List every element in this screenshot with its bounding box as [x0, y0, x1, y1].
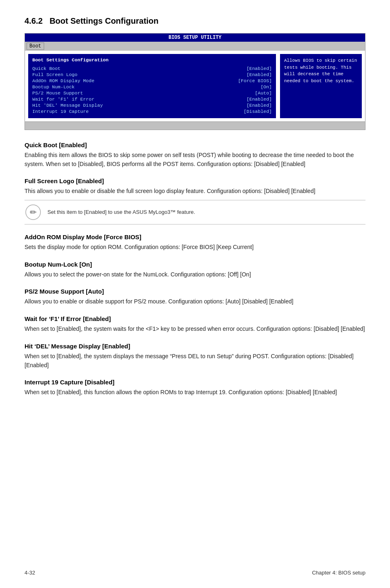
bios-menu-label: Full Screen Logo	[32, 72, 242, 77]
bios-menu-value: [Enabled]	[242, 72, 272, 77]
subsection-heading-full-screen-logo: Full Screen Logo [Enabled]	[25, 177, 365, 184]
subsection-heading-hit-del: Hit ‘DEL’ Message Display [Enabled]	[25, 343, 365, 350]
section-number: 4.6.2	[25, 16, 43, 25]
bios-menu-row: Interrupt 19 Capture[Disabled]	[32, 109, 272, 114]
subsection-text-bootup-numlock: Allows you to select the power-on state …	[25, 270, 365, 279]
subsection-heading-interrupt19: Interrupt 19 Capture [Disabled]	[25, 379, 365, 386]
bios-menu-value: [Force BIOS]	[234, 78, 272, 83]
subsection-heading-wait-f1: Wait for ‘F1’ If Error [Enabled]	[25, 315, 365, 322]
bios-menu-label: Bootup Num-Lock	[32, 84, 256, 90]
bios-menu-title: Boot Settings Configuration	[32, 57, 272, 63]
subsection-heading-quick-boot: Quick Boot [Enabled]	[25, 141, 365, 148]
footer-chapter: Chapter 4: BIOS setup	[312, 570, 365, 576]
subsection-heading-addon-rom: AddOn ROM Display Mode [Force BIOS]	[25, 233, 365, 240]
subsection-text-ps2-mouse: Allows you to enable or disable support …	[25, 297, 365, 306]
subsection-text-quick-boot: Enabling this item allows the BIOS to sk…	[25, 151, 365, 168]
bios-menu-value: [Enabled]	[242, 97, 272, 102]
bios-menu-label: Wait for 'F1' if Error	[32, 97, 242, 102]
subsection-bootup-numlock: Bootup Num-Lock [On]Allows you to select…	[25, 261, 365, 279]
subsection-hit-del: Hit ‘DEL’ Message Display [Enabled]When …	[25, 343, 365, 370]
bios-menu-value: [On]	[256, 84, 272, 90]
section-heading: 4.6.2 Boot Settings Configuration	[25, 16, 365, 26]
subsection-full-screen-logo: Full Screen Logo [Enabled]This allows yo…	[25, 177, 365, 224]
bios-menu-value: [Disabled]	[240, 109, 272, 114]
bios-menu-row: AddOn ROM Display Mode[Force BIOS]	[32, 78, 272, 83]
bios-tab-boot: Boot	[27, 43, 44, 50]
bios-menu-value: [Enabled]	[242, 103, 272, 108]
bios-title-bar: BIOS SETUP UTILITY	[25, 34, 365, 42]
bios-menu-rows: Quick Boot[Enabled]Full Screen Logo[Enab…	[32, 66, 272, 114]
bios-menu-row: PS/2 Mouse Support[Auto]	[32, 90, 272, 96]
footer-page-number: 4-32	[25, 570, 35, 576]
bios-help-panel: Allows BIOS to skip certain tests while …	[280, 54, 362, 118]
subsection-text-interrupt19: When set to [Enabled], this function all…	[25, 388, 365, 397]
bios-menu-label: Interrupt 19 Capture	[32, 109, 240, 114]
subsection-heading-ps2-mouse: PS/2 Mouse Support [Auto]	[25, 288, 365, 295]
subsection-text-hit-del: When set to [Enabled], the system displa…	[25, 352, 365, 370]
subsection-ps2-mouse: PS/2 Mouse Support [Auto]Allows you to e…	[25, 288, 365, 306]
bios-menu-label: PS/2 Mouse Support	[32, 90, 251, 96]
bios-content-area: Boot Settings Configuration Quick Boot[E…	[25, 51, 365, 121]
subsection-quick-boot: Quick Boot [Enabled]Enabling this item a…	[25, 141, 365, 168]
section-title: Boot Settings Configuration	[49, 16, 159, 25]
subsection-text-addon-rom: Sets the display mode for option ROM. Co…	[25, 243, 365, 252]
bios-menu-panel: Boot Settings Configuration Quick Boot[E…	[28, 54, 276, 118]
subsection-heading-bootup-numlock: Bootup Num-Lock [On]	[25, 261, 365, 268]
bios-title: BIOS SETUP UTILITY	[168, 35, 222, 40]
bios-menu-label: Hit 'DEL' Message Display	[32, 103, 242, 108]
subsection-addon-rom: AddOn ROM Display Mode [Force BIOS]Sets …	[25, 233, 365, 252]
bios-menu-label: Quick Boot	[32, 66, 242, 71]
note-text: Set this item to [Enabled] to use the AS…	[47, 208, 195, 216]
bios-menu-row: Wait for 'F1' if Error[Enabled]	[32, 97, 272, 102]
bios-bottom-bar	[25, 121, 365, 130]
subsection-text-full-screen-logo: This allows you to enable or disable the…	[25, 187, 365, 196]
subsection-text-wait-f1: When set to [Enabled], the system waits …	[25, 325, 365, 334]
note-icon: ✏	[25, 204, 42, 220]
bios-menu-label: AddOn ROM Display Mode	[32, 78, 234, 83]
bios-menu-row: Quick Boot[Enabled]	[32, 66, 272, 71]
bios-screenshot: BIOS SETUP UTILITY Boot Boot Settings Co…	[25, 33, 365, 130]
subsections-container: Quick Boot [Enabled]Enabling this item a…	[25, 141, 365, 397]
subsection-interrupt19: Interrupt 19 Capture [Disabled]When set …	[25, 379, 365, 397]
bios-menu-row: Hit 'DEL' Message Display[Enabled]	[32, 103, 272, 108]
bios-menu-row: Full Screen Logo[Enabled]	[32, 72, 272, 77]
bios-menu-row: Bootup Num-Lock[On]	[32, 84, 272, 90]
page-footer: 4-32 Chapter 4: BIOS setup	[25, 570, 365, 576]
subsection-wait-f1: Wait for ‘F1’ If Error [Enabled]When set…	[25, 315, 365, 334]
bios-tab-bar: Boot	[25, 42, 365, 51]
bios-menu-value: [Enabled]	[242, 66, 272, 71]
svg-text:✏: ✏	[30, 208, 37, 217]
note-box: ✏ Set this item to [Enabled] to use the …	[25, 200, 365, 224]
bios-menu-value: [Auto]	[251, 90, 272, 96]
